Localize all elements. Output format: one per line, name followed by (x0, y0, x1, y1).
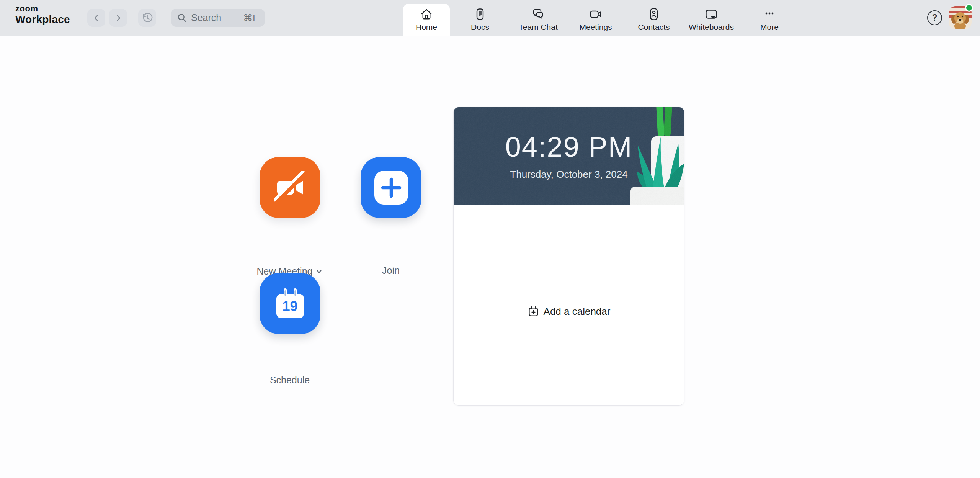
history-icon (141, 11, 154, 25)
user-avatar[interactable] (949, 6, 972, 29)
schedule-button[interactable]: 19 (260, 273, 320, 334)
tab-home[interactable]: Home (403, 4, 450, 36)
brand-workplace: Workplace (15, 14, 70, 25)
search-input[interactable]: Search ⌘F (171, 9, 265, 27)
back-button[interactable] (87, 9, 105, 27)
online-status-badge (965, 4, 973, 12)
tab-docs[interactable]: Docs (451, 4, 509, 36)
schedule-label: Schedule (252, 375, 328, 386)
tab-contacts[interactable]: Contacts (625, 4, 683, 36)
forward-button[interactable] (109, 9, 127, 27)
clock-block: 04:29 PM Thursday, October 3, 2024 (454, 107, 684, 205)
video-off-icon (274, 171, 307, 204)
chevron-right-icon (114, 14, 122, 22)
tab-whiteboards[interactable]: Whiteboards (683, 4, 740, 36)
more-ellipsis-icon (762, 7, 777, 22)
meetings-video-icon (588, 7, 603, 22)
tab-more[interactable]: More (741, 4, 798, 36)
join-button[interactable] (361, 157, 421, 218)
contacts-icon (647, 7, 661, 22)
history-button[interactable] (138, 9, 156, 27)
home-icon (419, 7, 434, 22)
chevron-left-icon (92, 14, 101, 22)
zoom-workplace-logo: zoom Workplace (15, 5, 70, 25)
help-button[interactable]: ? (927, 10, 942, 25)
current-time: 04:29 PM (505, 131, 633, 163)
calendar-card: 04:29 PM Thursday, October 3, 2024 Add a… (453, 107, 684, 406)
tab-meetings-label: Meetings (579, 23, 612, 32)
tab-docs-label: Docs (471, 23, 489, 32)
top-bar: zoom Workplace (0, 0, 980, 36)
plus-icon (374, 170, 409, 205)
brand-zoom: zoom (15, 5, 70, 13)
tab-team-chat[interactable]: Team Chat (510, 4, 567, 36)
team-chat-icon (531, 7, 546, 22)
tab-more-label: More (760, 23, 779, 32)
add-calendar-button[interactable]: Add a calendar (454, 306, 684, 318)
calendar-card-header: 04:29 PM Thursday, October 3, 2024 (454, 107, 684, 205)
new-meeting-button[interactable] (260, 157, 320, 218)
question-mark-icon: ? (932, 13, 937, 23)
calendar-day-number: 19 (273, 286, 308, 321)
tab-whiteboards-label: Whiteboards (689, 23, 734, 32)
search-placeholder: Search (191, 12, 239, 23)
docs-icon (473, 7, 487, 22)
tab-meetings[interactable]: Meetings (567, 4, 624, 36)
chevron-down-icon[interactable] (315, 268, 323, 275)
search-icon (177, 13, 187, 23)
calendar-plus-icon (528, 306, 539, 318)
zoom-workplace-window: zoom Workplace (0, 0, 980, 478)
search-shortcut: ⌘F (243, 13, 259, 23)
tab-contacts-label: Contacts (638, 23, 670, 32)
join-label: Join (353, 265, 429, 276)
calendar-icon: 19 (273, 286, 308, 321)
home-content: New Meeting Join (0, 36, 980, 478)
whiteboards-icon (704, 7, 719, 22)
tab-team-chat-label: Team Chat (519, 23, 558, 32)
current-date: Thursday, October 3, 2024 (510, 169, 627, 180)
add-calendar-label: Add a calendar (544, 306, 611, 318)
tab-home-label: Home (416, 23, 437, 32)
